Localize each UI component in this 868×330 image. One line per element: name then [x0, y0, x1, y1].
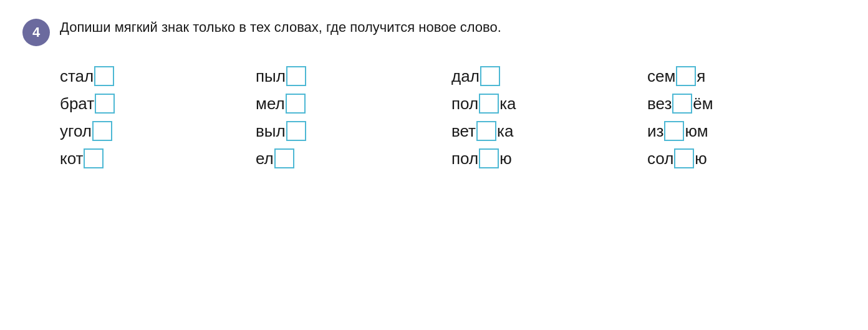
list-item: ел: [256, 148, 451, 168]
list-item: мел: [256, 94, 451, 114]
word-after: ю: [695, 150, 707, 167]
list-item: дал: [451, 66, 647, 86]
word-before: стал: [60, 68, 94, 84]
list-item: полю: [451, 148, 647, 168]
list-item: пыл: [256, 66, 451, 86]
letter-input-box[interactable]: [274, 148, 294, 168]
word-before: пол: [451, 95, 478, 112]
letter-input-box[interactable]: [480, 66, 500, 86]
header-row: 4 Допиши мягкий знак только в тех словах…: [22, 17, 843, 46]
list-item: кот: [60, 148, 256, 168]
task-instruction: Допиши мягкий знак только в тех словах, …: [60, 17, 501, 37]
letter-input-box[interactable]: [286, 121, 306, 141]
word-before: пол: [451, 150, 478, 167]
word-before: сол: [647, 150, 673, 167]
word-after: ка: [497, 123, 513, 139]
letter-input-box[interactable]: [286, 66, 306, 86]
word-after: я: [697, 68, 705, 84]
page: 4 Допиши мягкий знак только в тех словах…: [0, 0, 868, 330]
task-number: 4: [22, 19, 50, 46]
list-item: везём: [647, 94, 843, 114]
letter-input-box[interactable]: [95, 94, 115, 114]
list-item: ветка: [451, 121, 647, 141]
word-before: пыл: [256, 68, 286, 84]
column-4: семявезёмизюмсолю: [647, 66, 843, 168]
word-after: юм: [685, 123, 708, 139]
word-before: сем: [647, 68, 675, 84]
word-before: ел: [256, 150, 274, 167]
word-before: вет: [451, 123, 476, 139]
list-item: выл: [256, 121, 451, 141]
list-item: полка: [451, 94, 647, 114]
letter-input-box[interactable]: [664, 121, 684, 141]
list-item: солю: [647, 148, 843, 168]
letter-input-box[interactable]: [672, 94, 692, 114]
letter-input-box[interactable]: [676, 66, 696, 86]
letter-input-box[interactable]: [479, 94, 499, 114]
word-before: брат: [60, 95, 94, 112]
word-after: ём: [693, 95, 713, 112]
column-3: далполкаветкаполю: [451, 66, 647, 168]
word-after: ю: [499, 150, 512, 167]
letter-input-box[interactable]: [674, 148, 694, 168]
letter-input-box[interactable]: [92, 121, 112, 141]
list-item: семя: [647, 66, 843, 86]
list-item: изюм: [647, 121, 843, 141]
word-before: вез: [647, 95, 672, 112]
word-before: выл: [256, 123, 286, 139]
letter-input-box[interactable]: [94, 66, 114, 86]
list-item: стал: [60, 66, 256, 86]
letter-input-box[interactable]: [476, 121, 496, 141]
column-1: сталбратуголкот: [60, 66, 256, 168]
word-before: дал: [451, 68, 480, 84]
letter-input-box[interactable]: [84, 148, 104, 168]
word-before: из: [647, 123, 663, 139]
word-after: ка: [499, 95, 516, 112]
column-2: пылмелвылел: [256, 66, 451, 168]
word-before: угол: [60, 123, 92, 139]
word-before: кот: [60, 150, 83, 167]
list-item: брат: [60, 94, 256, 114]
words-grid: сталбратуголкотпылмелвылелдалполкаветкап…: [22, 66, 843, 168]
list-item: угол: [60, 121, 256, 141]
letter-input-box[interactable]: [286, 94, 306, 114]
word-before: мел: [256, 95, 285, 112]
letter-input-box[interactable]: [479, 148, 499, 168]
